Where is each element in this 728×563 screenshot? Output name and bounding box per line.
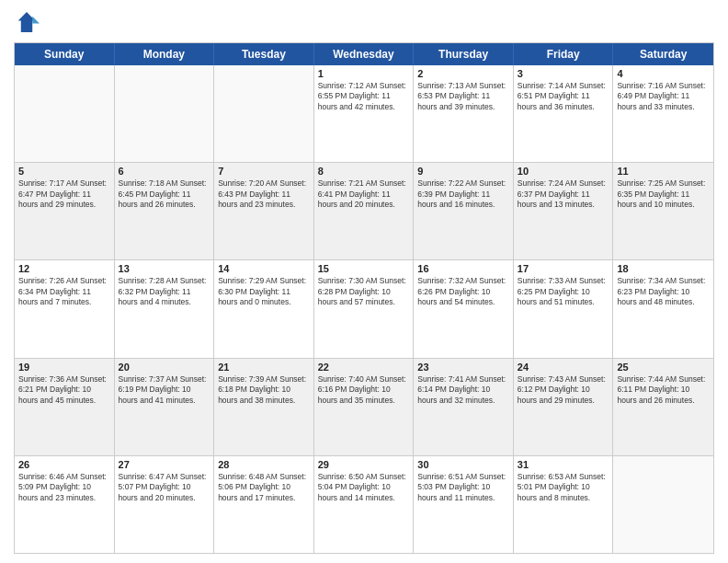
- day-number: 24: [518, 362, 609, 373]
- day-number: 12: [18, 263, 110, 274]
- calendar-cell: 11Sunrise: 7:25 AM Sunset: 6:35 PM Dayli…: [613, 163, 713, 259]
- calendar-cell: 19Sunrise: 7:36 AM Sunset: 6:21 PM Dayli…: [15, 359, 115, 455]
- day-info: Sunrise: 7:28 AM Sunset: 6:32 PM Dayligh…: [119, 276, 210, 307]
- day-number: 27: [119, 459, 210, 470]
- calendar-cell: 23Sunrise: 7:41 AM Sunset: 6:14 PM Dayli…: [414, 359, 514, 455]
- header-cell-tuesday: Tuesday: [214, 43, 314, 65]
- day-info: Sunrise: 6:51 AM Sunset: 5:03 PM Dayligh…: [417, 472, 509, 503]
- header-cell-thursday: Thursday: [414, 43, 514, 65]
- calendar-cell: 15Sunrise: 7:30 AM Sunset: 6:28 PM Dayli…: [314, 260, 415, 357]
- calendar-cell: 30Sunrise: 6:51 AM Sunset: 5:03 PM Dayli…: [414, 456, 514, 553]
- calendar-cell: 13Sunrise: 7:28 AM Sunset: 6:32 PM Dayli…: [115, 260, 215, 357]
- day-number: 25: [617, 362, 710, 373]
- day-info: Sunrise: 7:44 AM Sunset: 6:11 PM Dayligh…: [617, 374, 710, 406]
- calendar-header: SundayMondayTuesdayWednesdayThursdayFrid…: [15, 43, 713, 65]
- calendar-row: 12Sunrise: 7:26 AM Sunset: 6:34 PM Dayli…: [15, 259, 713, 357]
- calendar-cell: 14Sunrise: 7:29 AM Sunset: 6:30 PM Dayli…: [214, 260, 314, 357]
- calendar-cell: 4Sunrise: 7:16 AM Sunset: 6:49 PM Daylig…: [613, 65, 713, 162]
- day-number: 1: [318, 68, 410, 79]
- calendar-cell: 5Sunrise: 7:17 AM Sunset: 6:47 PM Daylig…: [15, 163, 115, 259]
- day-number: 9: [417, 166, 509, 177]
- day-info: Sunrise: 7:34 AM Sunset: 6:23 PM Dayligh…: [617, 276, 710, 307]
- day-info: Sunrise: 7:41 AM Sunset: 6:14 PM Dayligh…: [417, 374, 509, 406]
- day-number: 14: [218, 263, 310, 274]
- day-info: Sunrise: 6:48 AM Sunset: 5:06 PM Dayligh…: [218, 472, 310, 503]
- day-number: 28: [218, 459, 310, 470]
- day-info: Sunrise: 7:14 AM Sunset: 6:51 PM Dayligh…: [518, 81, 609, 112]
- header-cell-wednesday: Wednesday: [314, 43, 415, 65]
- day-info: Sunrise: 7:21 AM Sunset: 6:41 PM Dayligh…: [318, 178, 410, 210]
- header-cell-friday: Friday: [514, 43, 614, 65]
- calendar-row: 26Sunrise: 6:46 AM Sunset: 5:09 PM Dayli…: [15, 455, 713, 553]
- day-info: Sunrise: 7:30 AM Sunset: 6:28 PM Dayligh…: [318, 276, 410, 307]
- logo: [14, 9, 43, 35]
- day-number: 6: [119, 166, 210, 177]
- calendar-cell: 1Sunrise: 7:12 AM Sunset: 6:55 PM Daylig…: [314, 65, 415, 162]
- day-number: 10: [518, 166, 609, 177]
- day-info: Sunrise: 7:24 AM Sunset: 6:37 PM Dayligh…: [518, 178, 609, 210]
- day-info: Sunrise: 7:13 AM Sunset: 6:53 PM Dayligh…: [417, 81, 509, 112]
- day-number: 21: [218, 362, 310, 373]
- day-info: Sunrise: 6:50 AM Sunset: 5:04 PM Dayligh…: [318, 472, 410, 503]
- day-info: Sunrise: 7:32 AM Sunset: 6:26 PM Dayligh…: [417, 276, 509, 307]
- calendar-cell: 17Sunrise: 7:33 AM Sunset: 6:25 PM Dayli…: [514, 260, 614, 357]
- calendar-cell: 27Sunrise: 6:47 AM Sunset: 5:07 PM Dayli…: [115, 456, 215, 553]
- day-info: Sunrise: 6:53 AM Sunset: 5:01 PM Dayligh…: [518, 472, 609, 503]
- day-number: 19: [18, 362, 110, 373]
- calendar-cell: [15, 65, 115, 162]
- day-info: Sunrise: 6:47 AM Sunset: 5:07 PM Dayligh…: [119, 472, 210, 503]
- day-info: Sunrise: 7:36 AM Sunset: 6:21 PM Dayligh…: [18, 374, 110, 406]
- header-cell-sunday: Sunday: [15, 43, 115, 65]
- day-number: 17: [518, 263, 609, 274]
- calendar-cell: 8Sunrise: 7:21 AM Sunset: 6:41 PM Daylig…: [314, 163, 415, 259]
- day-number: 5: [18, 166, 110, 177]
- calendar: SundayMondayTuesdayWednesdayThursdayFrid…: [14, 42, 714, 554]
- day-number: 22: [318, 362, 410, 373]
- calendar-cell: 25Sunrise: 7:44 AM Sunset: 6:11 PM Dayli…: [613, 359, 713, 455]
- header-cell-monday: Monday: [115, 43, 215, 65]
- day-number: 15: [318, 263, 410, 274]
- calendar-row: 19Sunrise: 7:36 AM Sunset: 6:21 PM Dayli…: [15, 358, 713, 455]
- day-number: 7: [218, 166, 310, 177]
- day-number: 16: [417, 263, 509, 274]
- day-info: Sunrise: 7:12 AM Sunset: 6:55 PM Dayligh…: [318, 81, 410, 112]
- day-info: Sunrise: 7:37 AM Sunset: 6:19 PM Dayligh…: [119, 374, 210, 406]
- calendar-cell: 29Sunrise: 6:50 AM Sunset: 5:04 PM Dayli…: [314, 456, 415, 553]
- day-number: 31: [518, 459, 609, 470]
- day-info: Sunrise: 7:26 AM Sunset: 6:34 PM Dayligh…: [18, 276, 110, 307]
- calendar-cell: [115, 65, 215, 162]
- header-cell-saturday: Saturday: [613, 43, 713, 65]
- calendar-cell: 22Sunrise: 7:40 AM Sunset: 6:16 PM Dayli…: [314, 359, 415, 455]
- day-info: Sunrise: 7:17 AM Sunset: 6:47 PM Dayligh…: [18, 178, 110, 210]
- calendar-cell: 7Sunrise: 7:20 AM Sunset: 6:43 PM Daylig…: [214, 163, 314, 259]
- calendar-row: 1Sunrise: 7:12 AM Sunset: 6:55 PM Daylig…: [15, 65, 713, 162]
- calendar-cell: 10Sunrise: 7:24 AM Sunset: 6:37 PM Dayli…: [514, 163, 614, 259]
- calendar-cell: [613, 456, 713, 553]
- day-number: 2: [417, 68, 509, 79]
- day-number: 13: [119, 263, 210, 274]
- calendar-cell: 16Sunrise: 7:32 AM Sunset: 6:26 PM Dayli…: [414, 260, 514, 357]
- calendar-cell: [214, 65, 314, 162]
- day-info: Sunrise: 6:46 AM Sunset: 5:09 PM Dayligh…: [18, 472, 110, 503]
- calendar-cell: 26Sunrise: 6:46 AM Sunset: 5:09 PM Dayli…: [15, 456, 115, 553]
- day-number: 30: [417, 459, 509, 470]
- day-info: Sunrise: 7:29 AM Sunset: 6:30 PM Dayligh…: [218, 276, 310, 307]
- calendar-cell: 2Sunrise: 7:13 AM Sunset: 6:53 PM Daylig…: [414, 65, 514, 162]
- calendar-cell: 21Sunrise: 7:39 AM Sunset: 6:18 PM Dayli…: [214, 359, 314, 455]
- calendar-row: 5Sunrise: 7:17 AM Sunset: 6:47 PM Daylig…: [15, 162, 713, 259]
- day-info: Sunrise: 7:18 AM Sunset: 6:45 PM Dayligh…: [119, 178, 210, 210]
- calendar-cell: 20Sunrise: 7:37 AM Sunset: 6:19 PM Dayli…: [115, 359, 215, 455]
- day-info: Sunrise: 7:25 AM Sunset: 6:35 PM Dayligh…: [617, 178, 710, 210]
- calendar-cell: 12Sunrise: 7:26 AM Sunset: 6:34 PM Dayli…: [15, 260, 115, 357]
- calendar-cell: 18Sunrise: 7:34 AM Sunset: 6:23 PM Dayli…: [613, 260, 713, 357]
- day-number: 20: [119, 362, 210, 373]
- day-number: 29: [318, 459, 410, 470]
- day-info: Sunrise: 7:40 AM Sunset: 6:16 PM Dayligh…: [318, 374, 410, 406]
- calendar-cell: 6Sunrise: 7:18 AM Sunset: 6:45 PM Daylig…: [115, 163, 215, 259]
- day-number: 18: [617, 263, 710, 274]
- page: SundayMondayTuesdayWednesdayThursdayFrid…: [0, 0, 728, 563]
- header: [14, 9, 714, 35]
- day-info: Sunrise: 7:20 AM Sunset: 6:43 PM Dayligh…: [218, 178, 310, 210]
- day-info: Sunrise: 7:43 AM Sunset: 6:12 PM Dayligh…: [518, 374, 609, 406]
- day-info: Sunrise: 7:16 AM Sunset: 6:49 PM Dayligh…: [617, 81, 710, 112]
